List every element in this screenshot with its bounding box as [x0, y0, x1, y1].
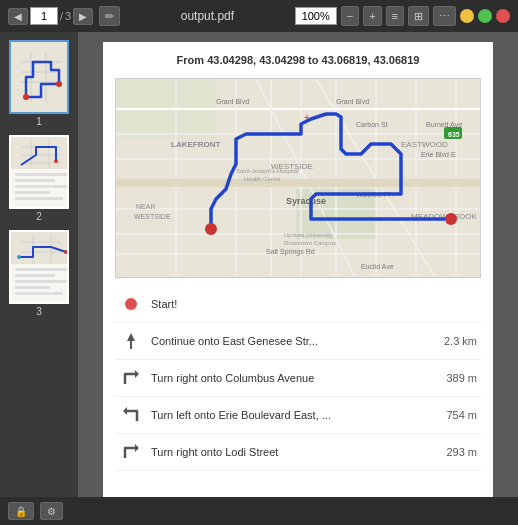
- page-thumbnail-1[interactable]: [9, 40, 69, 114]
- svg-rect-31: [15, 280, 67, 283]
- left-turn-icon-3: [119, 403, 143, 427]
- minimize-button[interactable]: [460, 9, 474, 23]
- svg-rect-18: [15, 185, 67, 188]
- svg-marker-80: [127, 333, 135, 349]
- svg-text:NEAR: NEAR: [136, 203, 155, 210]
- svg-rect-30: [15, 274, 55, 277]
- direction-distance-2: 389 m: [437, 372, 477, 384]
- arrow-right-turn-icon: [121, 368, 141, 388]
- title-bar: ◀ / 3 ▶ ✏ output.pdf − + ≡ ⊞ ⋯: [0, 0, 518, 32]
- page-thumbnails-panel: 1: [0, 32, 78, 497]
- maximize-button[interactable]: [478, 9, 492, 23]
- direction-row-1: Continue onto East Genesee Str... 2.3 km: [115, 323, 481, 360]
- thumb-label-3: 3: [36, 306, 42, 317]
- thumb-container-2[interactable]: 2: [9, 135, 69, 222]
- thumb-label-1: 1: [36, 116, 42, 127]
- svg-rect-29: [15, 268, 67, 271]
- page-number-input[interactable]: [30, 7, 58, 25]
- prev-page-button[interactable]: ◀: [8, 8, 28, 25]
- view-button[interactable]: ⊞: [408, 6, 429, 26]
- directions-list: Start! Continue onto East Genesee Str...…: [115, 286, 481, 471]
- svg-text:Burnett Ave: Burnett Ave: [426, 121, 462, 128]
- thumb-image-2: [11, 137, 67, 207]
- svg-text:Salt Springs Rd: Salt Springs Rd: [266, 248, 315, 256]
- thumb-container-1[interactable]: 1: [9, 40, 69, 127]
- svg-text:Downtown Campus: Downtown Campus: [284, 240, 336, 246]
- svg-text:Erie Blvd E: Erie Blvd E: [421, 151, 456, 158]
- menu-button[interactable]: ≡: [386, 6, 404, 26]
- pdf-page: From 43.04298, 43.04298 to 43.06819, 43.…: [103, 42, 493, 497]
- next-page-button[interactable]: ▶: [73, 8, 93, 25]
- page-title: From 43.04298, 43.04298 to 43.06819, 43.…: [115, 54, 481, 66]
- pdf-viewport[interactable]: From 43.04298, 43.04298 to 43.06819, 43.…: [78, 32, 518, 497]
- svg-marker-81: [135, 370, 139, 378]
- page-separator: /: [60, 10, 63, 22]
- right-turn-icon-2: [119, 366, 143, 390]
- svg-text:Carbon St: Carbon St: [356, 121, 388, 128]
- svg-rect-16: [15, 173, 67, 176]
- arrow-up-icon: [121, 331, 141, 351]
- thumb-svg-3: [11, 232, 67, 302]
- close-button[interactable]: [496, 9, 510, 23]
- zoom-in-button[interactable]: +: [363, 6, 381, 26]
- direction-distance-1: 2.3 km: [437, 335, 477, 347]
- thumb-image-3: [11, 232, 67, 302]
- svg-point-15: [54, 159, 58, 163]
- more-button[interactable]: ⋯: [433, 6, 456, 26]
- svg-text:Grant Blvd: Grant Blvd: [336, 98, 369, 105]
- svg-text:635: 635: [448, 131, 460, 138]
- svg-marker-82: [123, 407, 127, 415]
- svg-marker-83: [135, 444, 139, 452]
- svg-text:Euclid Ave: Euclid Ave: [361, 263, 394, 270]
- svg-text:Upstate University: Upstate University: [284, 232, 333, 238]
- svg-text:LAKEFRONT: LAKEFRONT: [171, 140, 220, 149]
- zoom-input[interactable]: [295, 7, 337, 25]
- svg-text:Grant Blvd: Grant Blvd: [216, 98, 249, 105]
- security-button[interactable]: 🔒: [8, 502, 34, 520]
- page-total: 3: [65, 10, 71, 22]
- svg-rect-17: [15, 179, 55, 182]
- arrow-right-turn-icon-2: [121, 442, 141, 462]
- zoom-out-button[interactable]: −: [341, 6, 359, 26]
- start-dot: [125, 298, 137, 310]
- svg-point-6: [23, 94, 29, 100]
- direction-row-4: Turn right onto Lodi Street 293 m: [115, 434, 481, 471]
- toolbar-right: − + ≡ ⊞ ⋯: [295, 6, 510, 26]
- start-icon: [119, 292, 143, 316]
- direction-text-2: Turn right onto Columbus Avenue: [151, 371, 429, 385]
- svg-text:Syracuse: Syracuse: [286, 196, 326, 206]
- thumb-svg-2: [11, 137, 67, 207]
- svg-text:Health Center: Health Center: [244, 176, 281, 182]
- direction-text-3: Turn left onto Erie Boulevard East, ...: [151, 408, 429, 422]
- svg-text:EASTWOOD: EASTWOOD: [401, 140, 448, 149]
- svg-rect-20: [15, 197, 63, 200]
- svg-rect-19: [15, 191, 50, 194]
- svg-point-27: [17, 255, 21, 259]
- direction-distance-4: 293 m: [437, 446, 477, 458]
- direction-row-0: Start!: [115, 286, 481, 323]
- edit-button[interactable]: ✏: [99, 6, 120, 26]
- map-area: LAKEFRONT NEAR WESTSIDE WESTSIDE Syracus…: [115, 78, 481, 278]
- svg-text:+: +: [304, 112, 310, 123]
- svg-text:WESTSIDE: WESTSIDE: [134, 213, 171, 220]
- svg-rect-33: [15, 292, 63, 295]
- direction-text-0: Start!: [151, 297, 429, 311]
- thumb-label-2: 2: [36, 211, 42, 222]
- thumb-container-3[interactable]: 3: [9, 230, 69, 317]
- direction-row-3: Turn left onto Erie Boulevard East, ... …: [115, 397, 481, 434]
- svg-rect-9: [11, 137, 67, 169]
- svg-point-68: [205, 223, 217, 235]
- arrow-left-turn-icon: [121, 405, 141, 425]
- right-turn-icon-4: [119, 440, 143, 464]
- main-area: 1: [0, 32, 518, 497]
- settings-button[interactable]: ⚙: [40, 502, 63, 520]
- page-thumbnail-3[interactable]: [9, 230, 69, 304]
- svg-text:Saint-Joseph's Hospital: Saint-Joseph's Hospital: [236, 168, 299, 174]
- svg-rect-32: [15, 286, 50, 289]
- bottom-toolbar: 🔒 ⚙: [0, 497, 518, 525]
- map-svg: LAKEFRONT NEAR WESTSIDE WESTSIDE Syracus…: [116, 79, 481, 278]
- filename-label: output.pdf: [126, 9, 289, 23]
- page-nav: ◀ / 3 ▶ ✏: [8, 6, 120, 26]
- thumb-svg-1: [11, 42, 67, 112]
- page-thumbnail-2[interactable]: [9, 135, 69, 209]
